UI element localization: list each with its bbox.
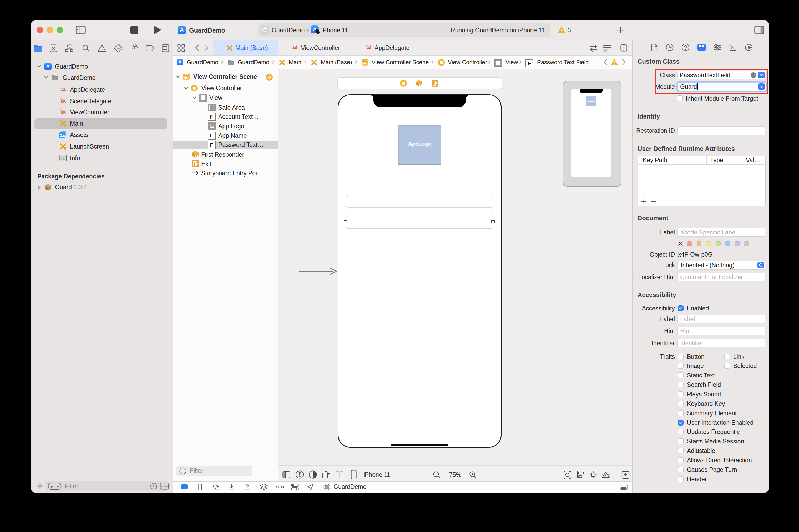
svg-text:1: 1 — [196, 155, 197, 157]
svg-text:1: 1 — [420, 83, 421, 86]
